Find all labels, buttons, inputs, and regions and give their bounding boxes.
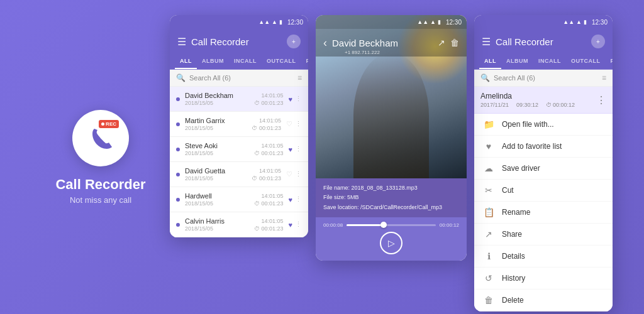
favorite-icon[interactable]: ♥ xyxy=(288,95,292,103)
delete-toolbar-icon[interactable]: 🗑 xyxy=(450,38,459,48)
context-menu-item[interactable]: ↗ Share xyxy=(474,224,613,246)
branding-section: REC Call Recorder Not miss any call xyxy=(31,110,170,205)
menu-item-label: Add to favorite list xyxy=(502,142,562,151)
more-options-icon[interactable]: ⋮ xyxy=(295,145,302,153)
p3-tab-favorite[interactable]: FAVORITE xyxy=(606,54,613,69)
phone1-search-bar: 🔍 Search All (6) ≡ xyxy=(170,70,308,87)
call-name: Hardwell xyxy=(185,192,249,200)
p2-battery-icon: ▮ xyxy=(438,19,441,25)
context-menu-item[interactable]: ✂ Cut xyxy=(474,180,613,202)
call-list-item[interactable]: Hardwell 2018/15/05 14:01:05 ⏱ 00:01:23 … xyxy=(170,187,308,212)
menu-item-icon: ↗ xyxy=(483,229,494,239)
call-info: Hardwell 2018/15/05 xyxy=(185,192,249,207)
tab-album[interactable]: ALBUM xyxy=(197,54,229,69)
rec-badge: REC xyxy=(99,120,119,128)
favorite-icon[interactable]: ♡ xyxy=(286,120,292,128)
call-time-display: 14:01:05 xyxy=(261,193,283,199)
start-time: 00:00:08 xyxy=(323,222,343,228)
menu-item-label: Share xyxy=(502,230,522,239)
call-list-item[interactable]: David Guetta 2018/15/05 14:01:05 ⏱ 00:01… xyxy=(170,162,308,187)
phone1-status-icons: ▲▲ ▲ ▮ xyxy=(258,19,282,25)
more-options-icon[interactable]: ⋮ xyxy=(295,170,302,178)
call-date: 2018/15/05 xyxy=(185,150,249,156)
progress-track[interactable] xyxy=(347,224,436,226)
phone3: ▲▲ ▲ ▮ 12:30 ☰ Call Recorder + ALL ALBUM… xyxy=(474,15,613,311)
p3-tab-album[interactable]: ALBUM xyxy=(501,54,533,69)
call-actions: ♥ ⋮ xyxy=(288,220,302,229)
p2-wifi-icon: ▲ xyxy=(430,19,436,25)
phone1-call-list: David Beckham 2018/15/05 14:01:05 ⏱ 00:0… xyxy=(170,87,308,237)
phone3-action-icon[interactable]: + xyxy=(591,35,605,48)
p3-tab-incall[interactable]: INCALL xyxy=(533,54,566,69)
context-menu-item[interactable]: ↺ History xyxy=(474,268,613,290)
call-info: Martin Garrix 2018/15/05 xyxy=(185,117,247,131)
phone2: ▲▲ ▲ ▮ 12:30 ‹ David Beckham ↗ 🗑 +1 892.… xyxy=(316,15,467,261)
search-icon: 🔍 xyxy=(176,73,186,82)
phone3-toolbar: ☰ Call Recorder + xyxy=(474,29,613,54)
back-icon[interactable]: ‹ xyxy=(323,36,327,50)
call-meta: 14:01:05 ⏱ 00:01:23 xyxy=(252,117,281,131)
call-list-item[interactable]: Martin Garrix 2018/15/05 14:01:05 ⏱ 00:0… xyxy=(170,112,308,137)
tab-outcall[interactable]: OUTCALL xyxy=(262,54,301,69)
active-call-more-icon[interactable]: ⋮ xyxy=(596,94,606,106)
favorite-icon[interactable]: ♥ xyxy=(288,146,292,153)
phone3-status-bar: ▲▲ ▲ ▮ 12:30 xyxy=(474,15,613,29)
call-duration: ⏱ 00:01:23 xyxy=(254,150,284,156)
phone3-search-input[interactable]: Search All (6) xyxy=(494,74,598,82)
more-options-icon[interactable]: ⋮ xyxy=(295,95,302,103)
call-date: 2018/15/05 xyxy=(185,125,247,131)
call-actions: ♡ ⋮ xyxy=(286,170,302,178)
call-actions: ♥ ⋮ xyxy=(288,95,302,103)
phone1-time: 12:30 xyxy=(287,19,303,26)
file-name-row: File name: 2018_08_08_133128.mp3 xyxy=(323,183,459,193)
call-info: Steve Aoki 2018/15/05 xyxy=(185,142,249,156)
hamburger-icon[interactable]: ☰ xyxy=(177,36,186,48)
menu-item-icon: ☁ xyxy=(483,163,494,173)
phone1-search-input[interactable]: Search All (6) xyxy=(189,74,294,82)
more-options-icon[interactable]: ⋮ xyxy=(295,120,302,128)
share-toolbar-icon[interactable]: ↗ xyxy=(438,38,445,48)
context-menu-item[interactable]: 📋 Rename xyxy=(474,202,613,224)
play-button[interactable]: ▷ xyxy=(380,232,402,254)
favorite-icon[interactable]: ♥ xyxy=(288,221,292,229)
p2-signal-icon: ▲▲ xyxy=(417,19,428,25)
menu-item-label: Save driver xyxy=(502,164,540,173)
call-list-item[interactable]: David Beckham 2018/15/05 14:01:05 ⏱ 00:0… xyxy=(170,87,308,112)
call-name: Martin Garrix xyxy=(185,117,247,124)
context-menu-item[interactable]: 🗑 Delete xyxy=(474,290,613,311)
call-actions: ♥ ⋮ xyxy=(288,145,302,153)
call-info: David Beckham 2018/15/05 xyxy=(185,92,249,106)
context-menu-item[interactable]: ℹ Details xyxy=(474,246,613,268)
active-call-time: 09:30:12 xyxy=(516,102,538,108)
p3-tab-all[interactable]: ALL xyxy=(479,54,501,69)
more-options-icon[interactable]: ⋮ xyxy=(295,220,302,229)
phone3-toolbar-title: Call Recorder xyxy=(496,36,586,47)
call-name: David Guetta xyxy=(185,167,247,175)
menu-item-icon: ↺ xyxy=(483,273,494,283)
favorite-icon[interactable]: ♡ xyxy=(286,170,292,178)
call-date: 2018/15/05 xyxy=(185,225,249,232)
call-list-item[interactable]: Steve Aoki 2018/15/05 14:01:05 ⏱ 00:01:2… xyxy=(170,137,308,162)
call-info: Calvin Harris 2018/15/05 xyxy=(185,217,249,232)
filter-icon[interactable]: ≡ xyxy=(297,73,302,82)
p3-hamburger-icon[interactable]: ☰ xyxy=(482,36,491,48)
progress-thumb[interactable] xyxy=(380,222,387,228)
call-dot xyxy=(176,148,180,151)
context-menu-item[interactable]: 📁 Open file with... xyxy=(474,114,613,136)
favorite-icon[interactable]: ♥ xyxy=(288,196,292,203)
more-options-icon[interactable]: ⋮ xyxy=(295,195,302,203)
phone1-action-icon[interactable]: + xyxy=(287,35,301,48)
phone2-time: 12:30 xyxy=(446,19,462,26)
context-menu-item[interactable]: ☁ Save driver xyxy=(474,158,613,180)
rec-dot xyxy=(101,122,104,126)
active-call-duration: ⏱ 00:00:12 xyxy=(546,102,575,108)
call-list-item[interactable]: Calvin Harris 2018/15/05 14:01:05 ⏱ 00:0… xyxy=(170,212,308,237)
p3-tab-outcall[interactable]: OUTCALL xyxy=(566,54,606,69)
tab-all[interactable]: ALL xyxy=(175,54,197,69)
phone3-time: 12:30 xyxy=(592,19,608,26)
p3-filter-icon[interactable]: ≡ xyxy=(602,73,606,82)
file-name-value: 2018_08_08_133128.mp3 xyxy=(352,185,418,191)
context-menu-item[interactable]: ♥ Add to favorite list xyxy=(474,136,613,158)
tab-incall[interactable]: INCALL xyxy=(229,54,262,69)
tab-favorite[interactable]: FAVORITE xyxy=(301,54,309,69)
